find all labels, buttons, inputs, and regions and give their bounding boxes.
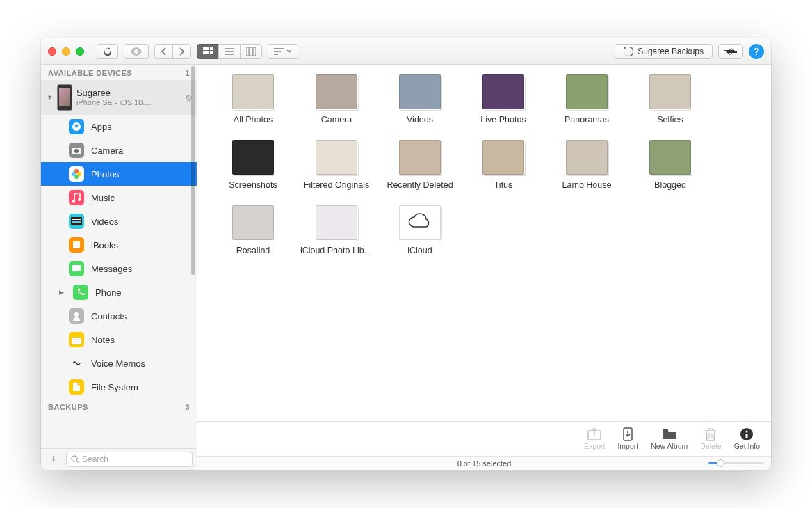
help-button[interactable]: ? (749, 44, 764, 59)
album-thumb (232, 74, 274, 109)
sidebar-item-messages[interactable]: Messages (41, 257, 197, 280)
titlebar: Sugaree Backups ? (41, 38, 771, 65)
messages-icon (69, 261, 84, 276)
album-label: Panoramas (565, 115, 609, 125)
album-thumb (649, 140, 691, 175)
voice-icon (69, 356, 84, 371)
folder-icon (662, 428, 677, 440)
sidebar-scroll[interactable]: AVAILABLE DEVICES 1 ▼ Sugaree iPhone SE … (41, 65, 197, 448)
notes-icon (69, 332, 84, 347)
album-thumb (232, 205, 274, 240)
sidebar-item-apps[interactable]: Apps (41, 115, 197, 138)
add-button[interactable]: + (45, 452, 62, 467)
sidebar-item-contacts[interactable]: Contacts (41, 304, 197, 328)
close-button[interactable] (48, 47, 56, 56)
maximize-button[interactable] (76, 47, 84, 56)
album-label: Videos (407, 115, 433, 125)
devices-header: AVAILABLE DEVICES 1 (41, 65, 197, 80)
sidebar-item-phone[interactable]: ▶Phone (41, 280, 197, 304)
device-name: Sugaree (76, 88, 181, 99)
export-button[interactable]: Export (584, 428, 605, 450)
backups-count: 3 (185, 403, 190, 411)
album-rosalind[interactable]: Rosalind (211, 205, 295, 255)
svg-rect-28 (72, 335, 81, 338)
album-label: Titus (494, 180, 513, 190)
contacts-icon (69, 308, 84, 324)
album-thumb (482, 140, 524, 175)
svg-rect-36 (663, 429, 668, 431)
export-label: Export (584, 442, 605, 450)
search-input[interactable]: Search (66, 452, 193, 467)
zoom-slider[interactable] (708, 462, 764, 464)
sidebar-item-voice-memos[interactable]: Voice Memos (41, 351, 197, 375)
album-titus[interactable]: Titus (462, 140, 545, 190)
minimize-button[interactable] (62, 47, 70, 56)
album-label: iCloud Photo Lib… (300, 246, 373, 255)
sidebar-item-music[interactable]: Music (41, 186, 197, 209)
column-view-button[interactable] (240, 44, 262, 59)
sidebar-item-ibooks[interactable]: iBooks (41, 233, 197, 257)
album-screenshots[interactable]: Screenshots (211, 140, 295, 190)
get-info-button[interactable]: Get Info (734, 428, 760, 450)
content: All PhotosCameraVideosLive PhotosPanoram… (197, 65, 771, 470)
album-icloud[interactable]: iCloud (378, 205, 462, 255)
svg-point-40 (746, 430, 748, 432)
list-view-button[interactable] (218, 44, 241, 59)
sidebar-item-notes[interactable]: Notes (41, 328, 197, 351)
videos-icon (69, 214, 84, 229)
body: AVAILABLE DEVICES 1 ▼ Sugaree iPhone SE … (41, 65, 771, 470)
chevron-right-icon[interactable]: ▶ (59, 289, 66, 296)
preview-button[interactable] (124, 44, 149, 59)
new-album-label: New Album (651, 442, 688, 450)
device-row[interactable]: ▼ Sugaree iPhone SE - iOS 10.... ⎋ (41, 80, 197, 115)
album-lamb-house[interactable]: Lamb House (545, 140, 628, 190)
camera-icon (69, 143, 84, 158)
phone-icon (73, 285, 88, 300)
chevron-down-icon[interactable]: ▼ (47, 94, 53, 101)
album-label: Lamb House (562, 180, 612, 190)
arrange-button[interactable] (268, 44, 298, 59)
album-camera[interactable]: Camera (295, 74, 378, 125)
svg-rect-29 (72, 338, 81, 344)
new-album-button[interactable]: New Album (651, 428, 688, 450)
svg-rect-5 (210, 51, 213, 54)
albums-grid[interactable]: All PhotosCameraVideosLive PhotosPanoram… (197, 65, 771, 421)
view-mode-buttons (197, 44, 262, 59)
search-icon (71, 455, 79, 463)
sidebar-item-file-system[interactable]: File System (41, 375, 197, 399)
import-button[interactable]: Import (617, 428, 638, 450)
album-selfies[interactable]: Selfies (628, 74, 712, 125)
svg-rect-26 (72, 221, 81, 223)
sidebar-item-label: Videos (91, 216, 119, 227)
delete-button[interactable]: Delete (700, 428, 721, 450)
album-label: Selfies (657, 115, 683, 125)
svg-rect-9 (246, 47, 249, 56)
sidebar-item-label: Phone (95, 287, 122, 298)
icon-view-button[interactable] (197, 44, 219, 59)
sidebar-item-videos[interactable]: Videos (41, 209, 197, 233)
album-panoramas[interactable]: Panoramas (545, 74, 628, 125)
svg-rect-10 (250, 47, 252, 56)
backups-button[interactable]: Sugaree Backups (615, 44, 713, 59)
get-info-label: Get Info (734, 442, 760, 450)
sidebar-item-photos[interactable]: Photos (41, 162, 197, 186)
album-live-photos[interactable]: Live Photos (462, 74, 545, 125)
forward-button[interactable] (172, 44, 191, 59)
scrollbar[interactable] (191, 66, 195, 275)
album-filtered-originals[interactable]: Filtered Originals (295, 140, 378, 190)
album-all-photos[interactable]: All Photos (211, 74, 295, 125)
info-icon (739, 428, 754, 440)
reload-button[interactable] (97, 44, 118, 59)
album-recently-deleted[interactable]: Recently Deleted (378, 140, 462, 190)
album-icloud-photo-lib-[interactable]: iCloud Photo Lib… (295, 205, 378, 255)
music-icon (69, 190, 84, 205)
svg-rect-11 (253, 47, 256, 56)
transfer-button[interactable] (718, 44, 743, 59)
delete-label: Delete (700, 442, 721, 450)
svg-point-27 (74, 312, 79, 317)
sidebar-item-camera[interactable]: Camera (41, 138, 197, 162)
back-button[interactable] (154, 44, 173, 59)
album-blogged[interactable]: Blogged (628, 140, 712, 190)
album-videos[interactable]: Videos (378, 74, 462, 125)
trash-icon (703, 428, 718, 440)
